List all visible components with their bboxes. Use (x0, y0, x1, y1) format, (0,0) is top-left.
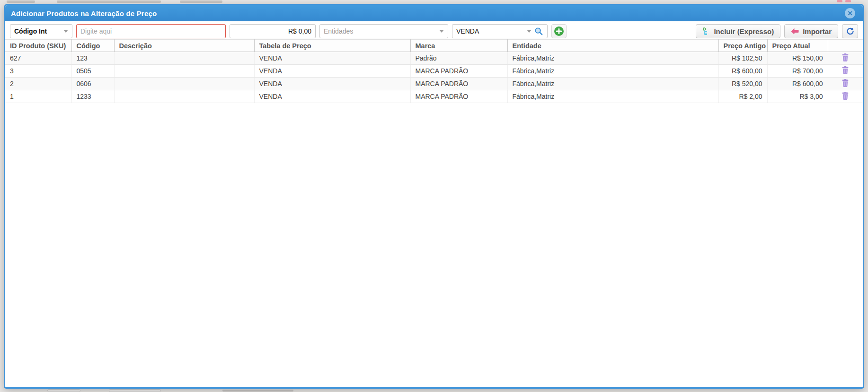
column-header-descricao[interactable]: Descrição (114, 40, 254, 52)
search-input[interactable] (76, 24, 226, 38)
column-header-preco_atual[interactable]: Preço Atual (767, 40, 828, 52)
price-input[interactable] (230, 24, 316, 38)
refresh-icon (846, 27, 855, 36)
chevron-down-icon (527, 30, 531, 33)
cell-preco_antigo: R$ 2,00 (718, 90, 767, 103)
cell-sku: 627 (5, 52, 71, 65)
cell-preco_antigo: R$ 520,00 (718, 78, 767, 90)
delete-row-button[interactable] (828, 65, 863, 78)
delete-row-button[interactable] (828, 78, 863, 90)
include-express-label: Incluir (Expresso) (714, 27, 774, 35)
cell-codigo: 0505 (71, 65, 114, 78)
price-table-select[interactable]: VENDA (452, 24, 548, 38)
include-tree-icon (702, 27, 710, 35)
table-row[interactable]: 30505VENDAMARCA PADRÃOFábrica,MatrizR$ 6… (5, 65, 863, 78)
products-table: ID Produto (SKU)CódigoDescriçãoTabela de… (5, 39, 863, 103)
cell-codigo: 0606 (71, 78, 114, 90)
add-product-button[interactable] (551, 24, 567, 38)
column-header-sku[interactable]: ID Produto (SKU) (5, 40, 71, 52)
trash-icon (842, 53, 849, 61)
chevron-down-icon (439, 30, 444, 33)
cell-entidade: Fábrica,Matriz (507, 65, 718, 78)
table-header-row: ID Produto (SKU)CódigoDescriçãoTabela de… (5, 40, 863, 52)
cell-entidade: Fábrica,Matriz (507, 52, 718, 65)
cell-preco_antigo: R$ 102,50 (718, 52, 767, 65)
toolbar: Código Int Entidades VENDA (5, 21, 863, 39)
cell-preco_atual: R$ 3,00 (767, 90, 828, 103)
cell-sku: 1 (5, 90, 71, 103)
green-plus-icon (554, 26, 564, 36)
import-button[interactable]: Importar (784, 24, 838, 38)
search-magnifier-icon[interactable] (534, 27, 543, 36)
trash-icon (842, 92, 849, 100)
modal-title: Adicionar Produtos na Alteração de Preço (11, 9, 157, 17)
trash-icon (842, 66, 849, 74)
close-icon[interactable]: ✕ (845, 8, 855, 18)
table-row[interactable]: 11233VENDAMARCA PADRÃOFábrica,MatrizR$ 2… (5, 90, 863, 103)
modal-titlebar: Adicionar Produtos na Alteração de Preço… (5, 5, 863, 21)
include-express-button[interactable]: Incluir (Expresso) (696, 24, 780, 38)
refresh-button[interactable] (842, 24, 858, 38)
price-table-select-value: VENDA (456, 27, 479, 35)
table-row[interactable]: 627123VENDAPadrãoFábrica,MatrizR$ 102,50… (5, 52, 863, 65)
cell-marca: Padrão (410, 52, 507, 65)
cell-tabela: VENDA (254, 78, 410, 90)
cell-entidade: Fábrica,Matriz (507, 78, 718, 90)
cell-preco_atual: R$ 150,00 (767, 52, 828, 65)
column-header-preco_antigo[interactable]: Preço Antigo (718, 40, 767, 52)
search-field-select[interactable]: Código Int (10, 24, 72, 38)
cell-sku: 2 (5, 78, 71, 90)
add-products-modal: Adicionar Produtos na Alteração de Preço… (4, 4, 864, 389)
cell-tabela: VENDA (254, 52, 410, 65)
import-arrow-icon (791, 28, 799, 35)
search-field-select-value: Código Int (14, 27, 47, 35)
cell-marca: MARCA PADRÃO (410, 65, 507, 78)
cell-descricao (114, 65, 254, 78)
cell-marca: MARCA PADRÃO (410, 90, 507, 103)
cell-marca: MARCA PADRÃO (410, 78, 507, 90)
cell-preco_atual: R$ 700,00 (767, 65, 828, 78)
column-header-codigo[interactable]: Código (71, 40, 114, 52)
table-row[interactable]: 20606VENDAMARCA PADRÃOFábrica,MatrizR$ 5… (5, 78, 863, 90)
entities-select[interactable]: Entidades (319, 24, 448, 38)
import-label: Importar (803, 27, 832, 35)
cell-tabela: VENDA (254, 65, 410, 78)
cell-descricao (114, 78, 254, 90)
cell-preco_atual: R$ 600,00 (767, 78, 828, 90)
column-header-tabela[interactable]: Tabela de Preço (254, 40, 410, 52)
cell-sku: 3 (5, 65, 71, 78)
cell-codigo: 1233 (71, 90, 114, 103)
cell-codigo: 123 (71, 52, 114, 65)
column-header-marca[interactable]: Marca (410, 40, 507, 52)
trash-icon (842, 79, 849, 87)
cell-preco_antigo: R$ 600,00 (718, 65, 767, 78)
chevron-down-icon (63, 30, 68, 33)
entities-select-placeholder: Entidades (324, 27, 353, 35)
cell-tabela: VENDA (254, 90, 410, 103)
column-header-acoes[interactable] (828, 40, 863, 52)
delete-row-button[interactable] (828, 52, 863, 65)
column-header-entidade[interactable]: Entidade (507, 40, 718, 52)
cell-entidade: Fábrica,Matriz (507, 90, 718, 103)
delete-row-button[interactable] (828, 90, 863, 103)
cell-descricao (114, 52, 254, 65)
cell-descricao (114, 90, 254, 103)
